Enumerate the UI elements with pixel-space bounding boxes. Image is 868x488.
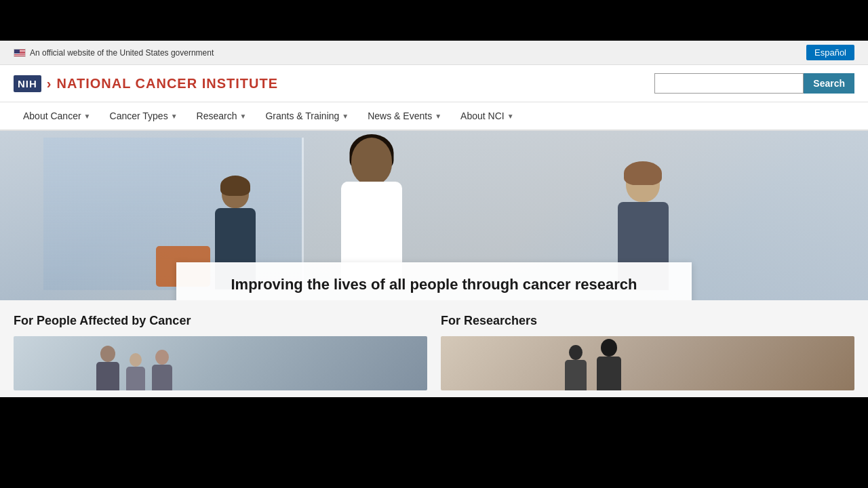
search-button[interactable]: Search <box>804 73 854 94</box>
chevron-down-icon: ▼ <box>342 113 349 120</box>
chevron-down-icon: ▼ <box>239 113 246 120</box>
nav-item-cancer-types[interactable]: Cancer Types ▼ <box>100 102 187 129</box>
card-researchers: For Researchers <box>441 314 854 390</box>
nih-arrow-icon: › <box>47 76 52 92</box>
researcher-silhouette-2 <box>597 339 621 390</box>
hero-tagline: Improving the lives of all people throug… <box>203 276 665 293</box>
card-people-image <box>14 336 427 390</box>
nih-badge: NIH <box>14 75 41 92</box>
site-header: NIH › NATIONAL CANCER INSTITUTE Search <box>0 65 868 102</box>
hero-section: Improving the lives of all people throug… <box>0 131 868 300</box>
chevron-down-icon: ▼ <box>84 113 91 120</box>
logo-area[interactable]: NIH › NATIONAL CANCER INSTITUTE <box>14 75 278 92</box>
doctor-head <box>351 138 392 185</box>
nav-item-news-events[interactable]: News & Events ▼ <box>358 102 451 129</box>
gov-banner: An official website of the United States… <box>0 41 868 65</box>
chevron-down-icon: ▼ <box>507 113 514 120</box>
card-researchers-heading: For Researchers <box>441 314 854 328</box>
card-people-bg <box>14 336 427 390</box>
espanol-button[interactable]: Español <box>806 45 854 60</box>
search-input[interactable] <box>654 73 804 94</box>
nav-item-about-cancer[interactable]: About Cancer ▼ <box>14 102 100 129</box>
main-nav: About Cancer ▼ Cancer Types ▼ Research ▼… <box>0 102 868 131</box>
card-people-heading: For People Affected by Cancer <box>14 314 427 328</box>
gov-text: An official website of the United States… <box>30 48 214 58</box>
card-researchers-image <box>441 336 854 390</box>
researcher-silhouette-1 <box>565 345 587 390</box>
main-wrapper: An official website of the United States… <box>0 41 868 397</box>
cards-section: For People Affected by Cancer <box>0 300 868 397</box>
nav-item-grants-training[interactable]: Grants & Training ▼ <box>256 102 358 129</box>
site-title: NATIONAL CANCER INSTITUTE <box>57 76 278 92</box>
card-researcher-bg <box>441 336 854 390</box>
nav-item-about-nci[interactable]: About NCI ▼ <box>451 102 524 129</box>
chevron-down-icon: ▼ <box>435 113 441 120</box>
search-area: Search <box>654 73 854 94</box>
bottom-black-bar <box>0 397 868 438</box>
hero-overlay: Improving the lives of all people throug… <box>176 262 692 300</box>
person-silhouette-1 <box>96 346 119 390</box>
chevron-down-icon: ▼ <box>171 113 178 120</box>
card-people-affected: For People Affected by Cancer <box>14 314 427 390</box>
nav-item-research[interactable]: Research ▼ <box>187 102 256 129</box>
gov-banner-left: An official website of the United States… <box>14 48 214 58</box>
person-silhouette-2 <box>126 353 145 390</box>
us-flag-icon <box>14 49 26 57</box>
top-black-bar <box>0 0 868 41</box>
person-silhouette-3 <box>152 350 172 390</box>
